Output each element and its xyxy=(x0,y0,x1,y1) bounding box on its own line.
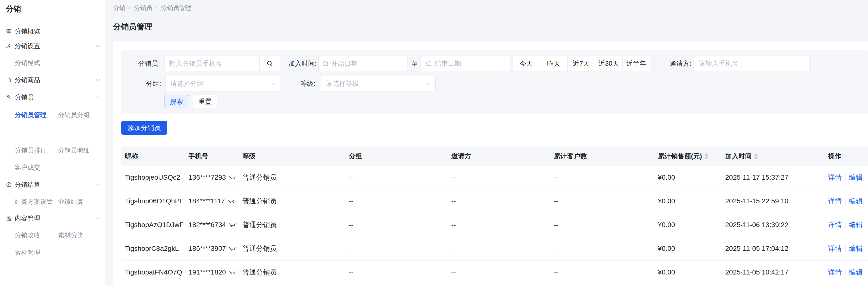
add-distributor-button[interactable]: 添加分销员 xyxy=(121,121,167,135)
inviter-filter-label: 邀请方: xyxy=(644,56,691,71)
cell-sales: ¥0.00 xyxy=(654,174,721,181)
quick-range-30days[interactable]: 近30天 xyxy=(595,56,622,71)
phone-masked: 136****7293 xyxy=(189,174,226,181)
cell-customers: -- xyxy=(550,269,654,276)
phone-masked: 184****1117 xyxy=(189,197,225,205)
detail-link[interactable]: 详情 xyxy=(828,197,842,206)
distributor-table: 昵称 手机号 等级 分组 邀请方 累计客户数 累计销售额(元) 加入时间 操作 … xyxy=(121,147,868,284)
edit-link[interactable]: 编辑 xyxy=(849,173,863,182)
col-nickname: 昵称 xyxy=(121,152,185,161)
eye-invisible-icon[interactable] xyxy=(229,222,236,227)
reset-button[interactable]: 重置 xyxy=(193,95,217,108)
level-select[interactable]: 请选择等级 xyxy=(321,76,436,92)
cell-joined: 2025-11-06 13:39:22 xyxy=(721,221,825,229)
sidebar-item-settings[interactable]: 分销设置 xyxy=(0,37,105,55)
detail-link[interactable]: 详情 xyxy=(828,244,842,253)
sidebar-subrow: 素材管理 xyxy=(0,244,105,261)
eye-invisible-icon[interactable] xyxy=(229,270,236,275)
cell-joined: 2025-11-15 22:59:10 xyxy=(721,197,825,205)
detail-link[interactable]: 详情 xyxy=(828,173,842,182)
cell-level: 普通分销员 xyxy=(239,268,345,277)
chevron-up-icon[interactable] xyxy=(96,183,100,186)
sidebar-item-label: 分销概览 xyxy=(15,27,40,36)
sidebar-item-material-cat[interactable]: 素材分类 xyxy=(58,231,84,240)
cell-sales: ¥0.00 xyxy=(654,197,721,205)
cell-sales: ¥0.00 xyxy=(654,221,721,229)
sort-joined-icon[interactable] xyxy=(754,153,758,159)
distributor-phone-input[interactable] xyxy=(165,56,259,71)
sidebar-item-settlement-plan[interactable]: 结算方案设置 xyxy=(15,198,53,206)
cell-group: -- xyxy=(345,245,447,252)
sidebar-subrow: 结算方案设置 业绩结算 xyxy=(0,193,105,210)
cell-phone: 136****7293 xyxy=(185,174,239,181)
col-inviter: 邀请方 xyxy=(447,152,550,161)
cell-group: -- xyxy=(345,221,447,229)
action-divider xyxy=(845,221,845,228)
sidebar-item-performance[interactable]: 业绩结算 xyxy=(58,198,84,206)
breadcrumb-item[interactable]: 分销 xyxy=(113,4,125,12)
table-row: TigshoprC8a2gkL 186****3907 普通分销员 -- -- … xyxy=(121,237,868,260)
sidebar-item-settlement[interactable]: ¥ 分销结算 xyxy=(0,176,105,193)
edit-link[interactable]: 编辑 xyxy=(849,244,863,253)
cell-customers: -- xyxy=(550,221,654,229)
col-joined-label: 加入时间 xyxy=(725,152,752,161)
sidebar-item-distributor[interactable]: 分销员 xyxy=(0,89,105,106)
sidebar-item-label: 分销结算 xyxy=(15,180,40,189)
phone-masked: 191****1820 xyxy=(189,269,226,276)
sidebar-subrow: 分销攻略 素材分类 xyxy=(0,226,105,244)
breadcrumb-item[interactable]: 分销员 xyxy=(134,4,152,12)
chevron-down-icon[interactable] xyxy=(96,79,100,81)
sidebar-subrow: 分销模式 xyxy=(0,54,105,71)
cell-joined: 2025-11-17 15:37:27 xyxy=(721,174,825,181)
sidebar-item-distributor-group[interactable]: 分销员分组 xyxy=(58,111,90,119)
sidebar-item-mode[interactable]: 分销模式 xyxy=(15,59,40,67)
quick-range-7days[interactable]: 近7天 xyxy=(567,56,595,71)
detail-link[interactable]: 详情 xyxy=(828,268,842,277)
document-gear-icon xyxy=(6,215,12,221)
sidebar-item-guide[interactable]: 分销攻略 xyxy=(15,231,40,240)
sidebar-item-distributor-manage[interactable]: 分销员管理 xyxy=(15,111,46,119)
join-time-filter-label: 加入时间: xyxy=(268,56,317,71)
level-filter-label: 等级: xyxy=(276,76,315,92)
chevron-up-icon[interactable] xyxy=(96,96,100,99)
inviter-input-wrap xyxy=(694,56,809,71)
edit-link[interactable]: 编辑 xyxy=(849,197,863,206)
sidebar-item-customer-deal[interactable]: 客户成交 xyxy=(15,163,40,172)
col-sales-label: 累计销售额(元) xyxy=(658,152,702,161)
cell-level: 普通分销员 xyxy=(239,244,345,253)
end-date-placeholder: 结束日期 xyxy=(435,59,461,68)
edit-link[interactable]: 编辑 xyxy=(849,220,863,229)
chevron-up-icon[interactable] xyxy=(96,45,100,47)
edit-link[interactable]: 编辑 xyxy=(849,268,863,277)
main-content: 分销 / 分销员 / 分销员管理 分销员管理 分销员: 加入时间: 开始日期 至 xyxy=(105,0,868,285)
sidebar-item-material-manage[interactable]: 素材管理 xyxy=(15,248,40,257)
start-date-input[interactable]: 开始日期 xyxy=(318,56,407,71)
quick-range-today[interactable]: 今天 xyxy=(513,56,540,71)
chevron-up-icon[interactable] xyxy=(96,217,100,219)
eye-invisible-icon[interactable] xyxy=(229,246,236,251)
eye-invisible-icon[interactable] xyxy=(229,175,236,180)
cell-level: 普通分销员 xyxy=(239,197,345,206)
action-divider xyxy=(845,174,845,181)
sidebar-item-distributor-rank[interactable]: 分销员排行 xyxy=(15,146,46,155)
cell-actions: 详情 编辑 xyxy=(825,244,868,253)
sidebar-item-distributor-detail[interactable]: 分销员明细 xyxy=(58,146,90,155)
breadcrumb-item[interactable]: 分销员管理 xyxy=(161,4,191,12)
eye-invisible-icon[interactable] xyxy=(228,199,235,204)
user-icon xyxy=(6,94,12,100)
col-phone: 手机号 xyxy=(185,152,239,161)
cell-customers: -- xyxy=(550,197,654,205)
detail-link[interactable]: 详情 xyxy=(828,220,842,229)
sort-sales-icon[interactable] xyxy=(705,153,708,159)
end-date-input[interactable]: 结束日期 xyxy=(422,56,511,71)
inviter-phone-input[interactable] xyxy=(694,56,809,71)
quick-range-yesterday[interactable]: 昨天 xyxy=(540,56,567,71)
sidebar-item-content[interactable]: 内容管理 xyxy=(0,210,105,227)
cell-nickname: TigshopjeoUSQc2 xyxy=(121,174,185,181)
cell-joined: 2025-11-05 10:42:17 xyxy=(721,269,825,276)
group-select[interactable]: 请选择分组 xyxy=(165,76,280,92)
cell-sales: ¥0.00 xyxy=(654,245,721,252)
search-submit-button[interactable]: 搜索 xyxy=(164,95,188,108)
sidebar-item-goods[interactable]: 分 分销商品 xyxy=(0,71,105,88)
network-icon xyxy=(6,43,12,49)
